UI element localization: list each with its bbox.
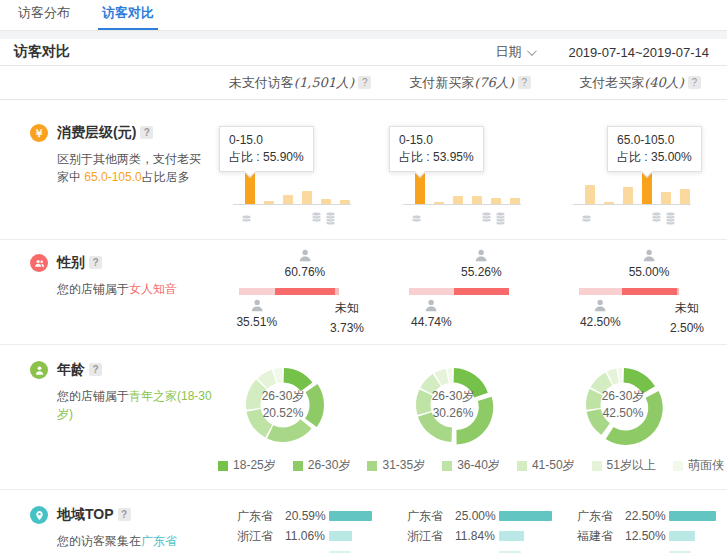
legend-label: 41-50岁 (532, 457, 575, 474)
legend-item[interactable]: 31-35岁 (367, 457, 425, 474)
gender-segment-female[interactable] (622, 288, 677, 295)
region-percent: 22.50% (625, 509, 669, 523)
gender-bar[interactable] (579, 288, 679, 295)
donut-slice[interactable] (416, 390, 433, 415)
location-pin-icon (30, 506, 48, 524)
female-percent: 55.00% (629, 265, 670, 279)
donut-slice[interactable] (624, 368, 655, 394)
question-icon[interactable]: ? (518, 76, 531, 89)
region-percent: 11.06% (285, 529, 329, 543)
legend-item[interactable]: 41-50岁 (517, 457, 575, 474)
legend-item[interactable]: 26-30岁 (293, 457, 351, 474)
bar[interactable] (453, 196, 463, 204)
region-percent: 12.50% (625, 529, 669, 543)
gender-segment-female[interactable] (275, 288, 336, 295)
column-count: (1,501人) (294, 75, 354, 90)
donut-slice[interactable] (418, 412, 452, 442)
date-range-value[interactable]: 2019-07-14~2019-07-14 (568, 45, 709, 60)
bar[interactable] (661, 192, 671, 204)
tab-visitor-distribution[interactable]: 访客分布 (14, 0, 74, 30)
region-bar[interactable] (669, 531, 695, 541)
coin-stack-icon (325, 209, 336, 230)
row-consume-level: ￥ 消费层级(元)? 区别于其他两类，支付老买家中 65.0-105.0占比居多… (0, 100, 727, 240)
donut-slice[interactable] (247, 409, 273, 437)
region-bar[interactable] (669, 511, 716, 521)
gender-segment-male[interactable] (239, 288, 275, 295)
bar[interactable] (264, 201, 274, 204)
region-bar[interactable] (329, 531, 352, 541)
column-count: (76人) (474, 75, 514, 90)
tooltip-share: 占比 : 35.00% (617, 149, 692, 166)
question-icon[interactable]: ? (89, 363, 102, 376)
bar[interactable] (604, 202, 614, 204)
bar[interactable] (680, 189, 690, 204)
question-icon[interactable]: ? (688, 76, 701, 89)
donut-slice[interactable] (454, 368, 488, 397)
legend-item[interactable]: 萌面侠 (673, 457, 724, 474)
region-name: 浙江省 (407, 528, 455, 545)
region-bar[interactable] (329, 511, 372, 521)
legend-item[interactable]: 36-40岁 (442, 457, 500, 474)
bar[interactable] (623, 187, 633, 204)
tab-visitor-compare[interactable]: 访客对比 (98, 0, 158, 30)
legend-label: 26-30岁 (308, 457, 351, 474)
bar[interactable] (491, 198, 501, 204)
legend-swatch (293, 461, 303, 471)
people-icon (30, 254, 48, 272)
panel-header: 访客对比 日期 2019-07-14~2019-07-14 (0, 39, 727, 66)
gender-segment-male[interactable] (579, 288, 622, 295)
gender-segment-female[interactable] (454, 288, 509, 295)
donut-slice[interactable] (267, 419, 312, 442)
desc-text: 您的店铺属于 (57, 389, 129, 403)
gender-segment-unknown[interactable] (335, 288, 339, 295)
region-list: 广东省25.00%浙江省11.84% (385, 490, 555, 553)
bar[interactable] (302, 191, 312, 204)
gender-bar[interactable] (239, 288, 339, 295)
date-dropdown-label: 日期 (495, 43, 521, 61)
bar[interactable] (510, 198, 520, 204)
top-tabbar: 访客分布 访客对比 (0, 0, 727, 31)
unknown-label: 未知 (670, 300, 704, 317)
region-list-unpaid: 广东省20.59%浙江省11.06% (215, 490, 385, 553)
donut-slice[interactable] (284, 368, 313, 391)
legend-item[interactable]: 51岁以上 (592, 457, 656, 474)
male-percent: 44.74% (411, 315, 452, 329)
donut-slice[interactable] (587, 409, 610, 435)
gender-bar[interactable] (409, 288, 509, 295)
date-dropdown[interactable]: 日期 (495, 43, 534, 61)
region-bar[interactable] (499, 531, 524, 541)
region-list: 广东省22.50%福建省12.50% (555, 490, 725, 553)
donut-slice[interactable] (590, 372, 612, 394)
donut-slice[interactable] (618, 368, 622, 383)
donut-slice[interactable] (305, 384, 324, 427)
chart-tooltip: 0-15.0占比 : 55.90% (219, 126, 314, 172)
question-icon[interactable]: ? (358, 76, 371, 89)
donut-slice[interactable] (606, 391, 663, 445)
legend-swatch (442, 461, 452, 471)
region-row: 浙江省11.06% (237, 526, 385, 546)
gender-segment-male[interactable] (409, 288, 454, 295)
coin-stack-icon (651, 209, 662, 227)
question-icon[interactable]: ? (118, 508, 131, 521)
question-icon[interactable]: ? (140, 126, 153, 139)
legend-item[interactable]: 18-25岁 (218, 457, 276, 474)
bar[interactable] (472, 196, 482, 204)
gender-segment-unknown[interactable] (677, 288, 680, 295)
bar[interactable] (283, 195, 293, 204)
region-row-partial (577, 546, 725, 553)
age-description: 您的店铺属于青年之家(18-30岁) (57, 387, 212, 423)
bar[interactable] (434, 202, 444, 204)
region-bar[interactable] (499, 511, 552, 521)
bar[interactable] (321, 199, 331, 204)
donut-slice[interactable] (456, 397, 493, 445)
bar[interactable] (340, 200, 350, 204)
question-icon[interactable]: ? (89, 256, 102, 269)
region-row: 广东省22.50% (577, 506, 725, 526)
gender-row-label: 性别? 您的店铺属于女人知音 (0, 240, 215, 344)
section-divider (0, 31, 727, 39)
bar[interactable] (585, 185, 595, 204)
region-description: 您的访客聚集在广东省 (57, 532, 212, 550)
female-percent: 55.26% (461, 265, 502, 279)
donut-slice[interactable] (448, 368, 453, 383)
person-icon (30, 361, 48, 379)
